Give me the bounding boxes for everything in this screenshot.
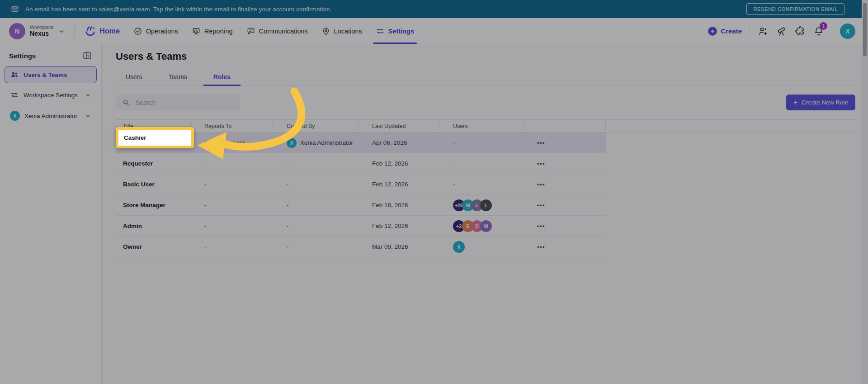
- search-input[interactable]: [135, 99, 233, 107]
- nav-operations[interactable]: Operations: [128, 18, 184, 44]
- sidebar-item-workspace-settings[interactable]: Workspace Settings: [5, 86, 97, 104]
- tab-users[interactable]: Users: [116, 68, 152, 85]
- main-content: Users & Teams Users Teams Roles + Create…: [102, 44, 868, 384]
- settings-sidebar: Settings Users & Teams Workspace Setting…: [0, 44, 102, 384]
- nav-locations[interactable]: Locations: [316, 18, 368, 44]
- plus-icon: +: [793, 99, 797, 106]
- role-title[interactable]: Basic User: [116, 181, 191, 188]
- last-updated-cell: Apr 06, 2026: [359, 139, 439, 146]
- created-by-cell: -: [273, 160, 359, 167]
- sidebar-title: Settings: [9, 52, 36, 60]
- role-title[interactable]: Requester: [116, 160, 191, 167]
- sliders-icon: [10, 90, 19, 100]
- chevron-down-icon: [58, 28, 65, 35]
- created-by-cell: XXenia Administrator: [273, 138, 359, 148]
- roles-table: Title Reports To Created By Last Updated…: [116, 119, 855, 257]
- users-cell: X: [439, 241, 524, 253]
- nav-communications[interactable]: Communications: [241, 18, 313, 44]
- last-updated-cell: Mar 09, 2026: [359, 243, 439, 250]
- scrollbar-thumb[interactable]: [863, 3, 867, 56]
- map-pin-icon: [321, 27, 330, 36]
- workspace-switcher[interactable]: N Workspace Nexus: [9, 23, 74, 39]
- row-actions-button[interactable]: •••: [524, 181, 606, 188]
- nav-settings-label: Settings: [388, 28, 414, 35]
- workspace-eyebrow: Workspace: [30, 24, 53, 30]
- table-row[interactable]: Store Manager--Feb 18, 2026+29MLL•••: [116, 195, 606, 216]
- users-cell: +29MLL: [439, 199, 524, 211]
- row-actions-button[interactable]: •••: [524, 160, 606, 167]
- last-updated-cell: Feb 12, 2026: [359, 181, 439, 188]
- sliders-icon: [376, 27, 385, 36]
- workspace-name: Nexus: [30, 30, 53, 37]
- role-title[interactable]: Store Manager: [116, 202, 191, 209]
- user-avatar[interactable]: X: [840, 24, 855, 39]
- check-circle-icon: [133, 27, 142, 36]
- nav-communications-label: Communications: [259, 28, 308, 35]
- row-actions-button[interactable]: •••: [524, 139, 606, 146]
- avatar: X: [287, 138, 297, 148]
- sidebar-item-xenia-administrator[interactable]: X Xenia Administrator: [5, 107, 97, 125]
- tab-roles[interactable]: Roles: [203, 68, 241, 85]
- role-title[interactable]: Admin: [116, 223, 191, 229]
- divider: [832, 25, 832, 38]
- created-by-cell: -: [273, 202, 359, 209]
- created-by-cell: -: [273, 181, 359, 188]
- integrations-puzzle-icon[interactable]: [795, 26, 806, 37]
- invite-user-button[interactable]: [758, 26, 769, 37]
- chevron-down-icon: [85, 113, 91, 119]
- nav-reporting-label: Reporting: [204, 28, 233, 35]
- reports-to-cell: -: [191, 202, 273, 209]
- create-button[interactable]: + Create: [708, 27, 742, 36]
- sidebar-item-label: Xenia Administrator: [24, 113, 77, 119]
- reports-to-cell: Store Manager: [191, 139, 273, 146]
- column-users: Users: [439, 120, 524, 132]
- users-icon: [10, 70, 19, 79]
- avatar: M: [480, 220, 492, 232]
- avatar: X: [453, 241, 465, 253]
- column-actions: [524, 120, 606, 132]
- reports-to-cell: -: [191, 160, 273, 167]
- sidebar-item-users-teams[interactable]: Users & Teams: [5, 66, 97, 83]
- search-box[interactable]: [116, 95, 240, 110]
- scrollbar: [862, 0, 868, 384]
- last-updated-cell: Feb 18, 2026: [359, 202, 439, 209]
- notifications-bell-icon[interactable]: 1: [813, 26, 824, 37]
- nav-home-label: Home: [99, 27, 119, 35]
- telescope-icon[interactable]: [776, 26, 787, 37]
- users-cell: -: [439, 139, 524, 146]
- row-actions-button[interactable]: •••: [524, 202, 606, 209]
- tab-teams[interactable]: Teams: [159, 68, 197, 85]
- xenia-logo-icon: [85, 25, 96, 37]
- divider: [74, 25, 75, 38]
- nav-reporting[interactable]: Reporting: [186, 18, 238, 44]
- role-title[interactable]: Owner: [116, 243, 191, 250]
- chevron-down-icon: [85, 92, 91, 99]
- users-cell: -: [439, 160, 524, 167]
- column-filler: [606, 120, 855, 132]
- table-row[interactable]: Admin--Feb 12, 2026+2EDM•••: [116, 216, 606, 237]
- mail-icon: [11, 5, 19, 13]
- avatar: X: [10, 111, 20, 121]
- sidebar-item-label: Workspace Settings: [24, 92, 78, 99]
- table-row[interactable]: Owner--Mar 09, 2026X•••: [116, 237, 606, 257]
- create-new-role-label: Create New Role: [802, 99, 848, 106]
- app-window: An email has been sent to sales@xenia.te…: [0, 0, 868, 384]
- table-row[interactable]: Basic User--Feb 12, 2026-•••: [116, 174, 606, 195]
- reports-to-cell: -: [191, 243, 273, 250]
- table-row[interactable]: Requester--Feb 12, 2026-•••: [116, 153, 606, 174]
- nav-settings[interactable]: Settings: [370, 18, 420, 44]
- row-actions-button[interactable]: •••: [524, 243, 606, 250]
- banner-message: An email has been sent to sales@xenia.te…: [25, 6, 332, 13]
- nav-operations-label: Operations: [146, 28, 178, 35]
- column-last-updated: Last Updated: [359, 120, 439, 132]
- create-label: Create: [721, 27, 742, 35]
- chat-bubble-icon: [246, 27, 255, 36]
- create-new-role-button[interactable]: + Create New Role: [786, 95, 855, 110]
- resend-confirmation-button[interactable]: RESEND CONFIRMATION EMAIL: [746, 3, 844, 15]
- user-avatars: +2EDM: [453, 220, 492, 232]
- collapse-panel-icon[interactable]: [82, 51, 92, 61]
- notification-badge: 1: [820, 22, 827, 30]
- row-actions-button[interactable]: •••: [524, 223, 606, 229]
- nav-home[interactable]: Home: [81, 18, 125, 44]
- table-header: Title Reports To Created By Last Updated…: [116, 120, 855, 133]
